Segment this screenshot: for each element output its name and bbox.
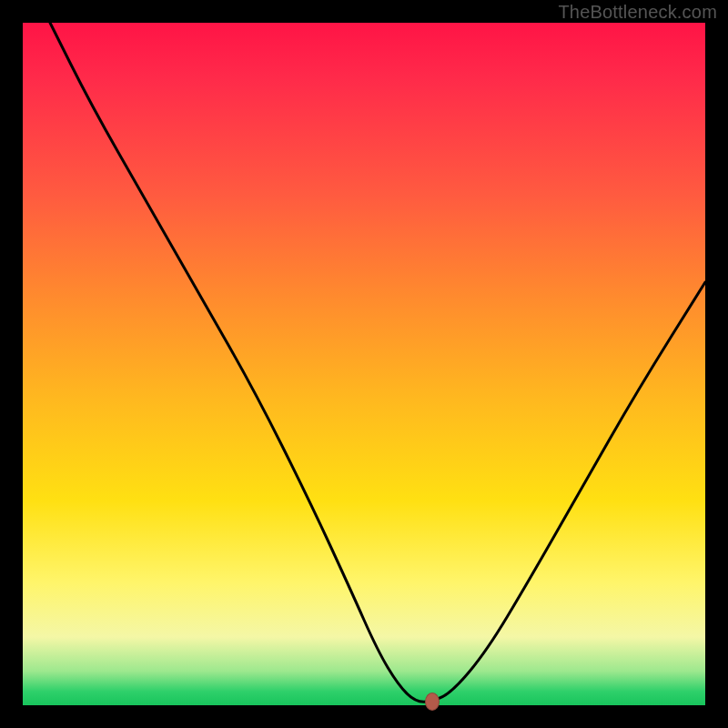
chart-frame: TheBottleneck.com [0, 0, 728, 728]
watermark-text: TheBottleneck.com [558, 2, 717, 23]
bottleneck-curve-path [50, 23, 705, 702]
plot-area [23, 23, 705, 705]
optimum-marker [425, 693, 440, 711]
curve-svg [23, 23, 705, 705]
